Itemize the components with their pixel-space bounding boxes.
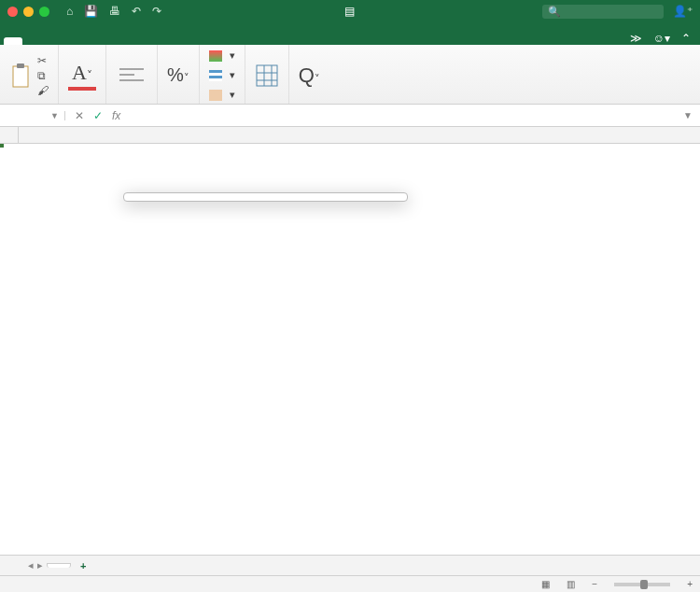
- cut-icon[interactable]: ✂: [37, 54, 49, 67]
- title-bar: ⌂ 💾 🖶 ↶ ↷ ▤ 🔍 👤⁺: [0, 0, 700, 22]
- editing-button[interactable]: Q˅: [299, 63, 320, 88]
- name-box[interactable]: ▼: [0, 111, 65, 120]
- group-editing: Q˅: [289, 45, 329, 104]
- svg-rect-1: [17, 63, 24, 68]
- close-window-button[interactable]: [7, 7, 18, 17]
- svg-rect-0: [13, 66, 28, 87]
- cancel-edit-icon[interactable]: ✕: [75, 109, 84, 122]
- formula-bar: ▼ ✕ ✓ fx ▼: [0, 105, 700, 127]
- cells-button[interactable]: [255, 63, 279, 88]
- number-button[interactable]: %˅: [167, 64, 189, 86]
- status-bar: ▦ ▥ − +: [0, 575, 700, 592]
- window-controls: [7, 7, 49, 17]
- tab-formulas[interactable]: [60, 37, 78, 45]
- ribbon: ✂ ⧉ 🖌 A˅ %˅: [0, 45, 700, 105]
- maximize-window-button[interactable]: [39, 7, 49, 17]
- file-icon: ▤: [344, 5, 355, 18]
- overflow-icon[interactable]: ≫: [624, 32, 648, 45]
- redo-icon[interactable]: ↷: [152, 5, 161, 18]
- cells-icon: [255, 63, 279, 88]
- align-icon: [116, 64, 147, 87]
- home-icon[interactable]: ⌂: [66, 5, 73, 18]
- conditional-formatting-button[interactable]: ▾: [209, 49, 235, 63]
- group-font: A˅: [59, 45, 106, 104]
- zoom-in-icon[interactable]: +: [687, 579, 693, 589]
- context-menu: [123, 192, 408, 202]
- format-painter-icon[interactable]: 🖌: [37, 84, 49, 97]
- group-cells: [245, 45, 289, 104]
- sheet-nav-next-icon[interactable]: ▸: [37, 559, 43, 571]
- paste-button[interactable]: [9, 63, 32, 89]
- svg-rect-5: [257, 65, 277, 86]
- spreadsheet-grid: [0, 127, 700, 557]
- font-icon: A˅: [72, 61, 92, 85]
- print-icon[interactable]: 🖶: [109, 5, 120, 18]
- copy-icon[interactable]: ⧉: [37, 69, 49, 82]
- tab-data[interactable]: [78, 37, 97, 45]
- expand-formula-bar-icon[interactable]: ▼: [676, 110, 700, 120]
- search-box[interactable]: 🔍: [542, 5, 664, 19]
- font-color-bar: [68, 87, 96, 91]
- fx-icon[interactable]: fx: [112, 109, 120, 122]
- undo-icon[interactable]: ↶: [132, 5, 141, 18]
- ribbon-tabs: ≫ ☺▾ ⌃: [0, 22, 700, 45]
- confirm-edit-icon[interactable]: ✓: [93, 109, 103, 122]
- find-icon: Q˅: [299, 63, 320, 88]
- zoom-out-icon[interactable]: −: [592, 579, 597, 589]
- table-icon: [209, 70, 222, 81]
- collapse-ribbon-icon[interactable]: ⌃: [676, 32, 696, 45]
- column-headers: [0, 127, 700, 144]
- selection-border: [0, 144, 4, 148]
- minimize-window-button[interactable]: [23, 7, 34, 17]
- sheet-tabs: ◂ ▸ +: [0, 555, 700, 575]
- sheet-nav-prev-icon[interactable]: ◂: [28, 559, 34, 571]
- tab-review[interactable]: [97, 37, 116, 45]
- tab-insert[interactable]: [22, 37, 41, 45]
- alignment-button[interactable]: [116, 64, 147, 87]
- view-normal-icon[interactable]: ▦: [541, 579, 550, 589]
- add-sheet-button[interactable]: +: [75, 560, 91, 571]
- view-page-icon[interactable]: ▥: [567, 579, 575, 589]
- zoom-slider[interactable]: [614, 583, 670, 586]
- search-icon: 🔍: [548, 6, 561, 18]
- group-clipboard: ✂ ⧉ 🖌: [0, 45, 59, 104]
- clipboard-icon: [9, 63, 32, 89]
- save-icon[interactable]: 💾: [84, 5, 98, 18]
- font-button[interactable]: A˅: [68, 61, 96, 91]
- cell-styles-button[interactable]: ▾: [209, 88, 235, 102]
- format-as-table-button[interactable]: ▾: [209, 68, 235, 82]
- share-icon[interactable]: 👤⁺: [673, 5, 693, 18]
- help-icon[interactable]: ☺▾: [648, 32, 676, 45]
- sheet-tab-1[interactable]: [47, 563, 71, 568]
- cond-fmt-icon: [209, 50, 222, 62]
- tab-home[interactable]: [4, 37, 22, 45]
- group-styles: ▾ ▾ ▾: [200, 45, 245, 104]
- percent-icon: %˅: [167, 64, 189, 86]
- group-number: %˅: [158, 45, 200, 104]
- group-alignment: [106, 45, 158, 104]
- name-box-dropdown-icon[interactable]: ▼: [50, 111, 59, 120]
- styles-icon: [209, 90, 222, 101]
- tab-page-layout[interactable]: [41, 37, 60, 45]
- select-all-corner[interactable]: [0, 127, 19, 143]
- tab-view[interactable]: [116, 37, 134, 45]
